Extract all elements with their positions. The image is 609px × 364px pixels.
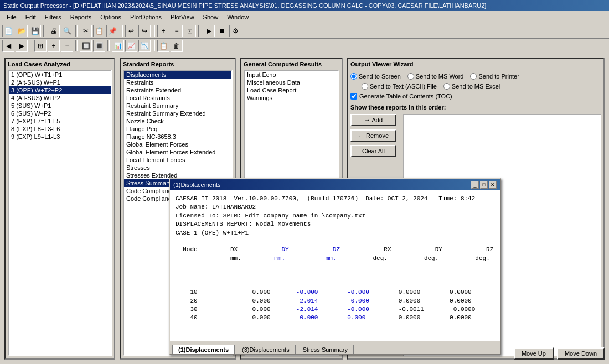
load-case-item-5[interactable]: 6 (SUS) W+P2 — [9, 110, 111, 117]
std-report-item-0[interactable]: Displacements — [124, 71, 231, 79]
menu-reports[interactable]: Reports — [66, 13, 96, 22]
toolbar-new[interactable]: 📄 — [2, 25, 14, 37]
dialog-content: CAESAR II 2018 Ver.10.00.00.7700, (Build… — [170, 190, 500, 341]
radio-ascii[interactable]: Send to Text (ASCII) File — [362, 83, 437, 90]
toolbar-preview[interactable]: 🔍 — [61, 25, 73, 37]
radio-printer-label: Send to Printer — [478, 73, 519, 80]
toolbar-zoom-fit[interactable]: ⊡ — [184, 25, 196, 37]
radio-word-input[interactable] — [407, 73, 414, 80]
toolbar2-btn7[interactable]: 🔳 — [93, 40, 105, 52]
menu-options[interactable]: Options — [96, 13, 126, 22]
std-report-item-11[interactable]: Local Element Forces — [124, 156, 231, 164]
toolbar2-btn1[interactable]: ◀ — [2, 40, 14, 52]
std-report-item-10[interactable]: Global Element Forces Extended — [124, 148, 231, 156]
toolbar2-btn2[interactable]: ▶ — [16, 40, 28, 52]
std-report-item-1[interactable]: Restraints — [124, 79, 231, 86]
menu-plotview[interactable]: PlotView — [166, 13, 199, 22]
toolbar-redo[interactable]: ↪ — [138, 25, 151, 37]
dialog-close[interactable]: ✕ — [489, 181, 497, 189]
radio-printer[interactable]: Send to Printer — [470, 73, 519, 80]
toolbar2-btn5[interactable]: − — [61, 40, 73, 52]
toc-checkbox[interactable] — [350, 93, 357, 100]
radio-screen-input[interactable] — [350, 73, 357, 80]
load-case-item-3[interactable]: 4 (Alt-SUS) W+P2 — [9, 94, 111, 102]
radio-word[interactable]: Send to MS Word — [407, 73, 464, 80]
gcr-item-3[interactable]: Warnings — [245, 94, 338, 102]
load-case-item-2[interactable]: 3 (OPE) W+T2+P2 — [9, 86, 111, 94]
menu-window[interactable]: Window — [223, 13, 253, 22]
dialog-maximize[interactable]: □ — [480, 181, 488, 189]
radio-excel[interactable]: Send to MS Excel — [443, 83, 500, 90]
toolbar2-btn8[interactable]: 📊 — [112, 40, 124, 52]
load-case-item-0[interactable]: 1 (OPE) W+T1+P1 — [9, 71, 111, 79]
load-case-item-1[interactable]: 2 (Alt-SUS) W+P1 — [9, 79, 111, 86]
dialog-tab-1[interactable]: (3)Displacements — [236, 345, 296, 354]
gcr-item-0[interactable]: Input Echo — [245, 71, 338, 79]
std-report-item-5[interactable]: Restraint Summary Extended — [124, 110, 231, 117]
toolbar2-btn6[interactable]: 🔲 — [80, 40, 92, 52]
std-report-item-6[interactable]: Nozzle Check — [124, 117, 231, 125]
load-cases-listbox[interactable]: 1 (OPE) W+T1+P12 (Alt-SUS) W+P13 (OPE) W… — [8, 70, 112, 356]
remove-button[interactable]: ← Remove — [350, 129, 396, 142]
radio-row-1: Send to Screen Send to MS Word Send to P… — [350, 73, 601, 80]
menu-plotoptions[interactable]: PlotOptions — [126, 13, 166, 22]
load-case-item-8[interactable]: 9 (EXP) L9=L1-L3 — [9, 133, 111, 141]
toolbar2-btn4[interactable]: + — [48, 40, 60, 52]
move-down-button[interactable]: Move Down — [557, 347, 605, 360]
toolbar2-sep1 — [30, 40, 32, 51]
std-report-item-8[interactable]: Flange NC-3658.3 — [124, 133, 231, 141]
std-report-item-12[interactable]: Stresses — [124, 164, 231, 171]
toolbar-zoom-in[interactable]: + — [157, 25, 169, 37]
toolbar-save[interactable]: 💾 — [29, 25, 41, 37]
toolbar-settings[interactable]: ⚙ — [229, 25, 241, 37]
toolbar-stop[interactable]: ⏹ — [216, 25, 228, 37]
toolbar-paste[interactable]: 📌 — [106, 25, 118, 37]
radio-row-2: Send to Text (ASCII) File Send to MS Exc… — [350, 83, 601, 90]
move-up-button[interactable]: Move Up — [514, 347, 554, 360]
menu-show[interactable]: Show — [199, 13, 223, 22]
toolbar2-btn12[interactable]: 🗑 — [171, 40, 183, 52]
std-report-item-4[interactable]: Restraint Summary — [124, 102, 231, 110]
toolbar-run[interactable]: ▶ — [203, 25, 215, 37]
dialog-tab-2[interactable]: Stress Summary — [297, 345, 354, 354]
radio-excel-input[interactable] — [443, 83, 450, 90]
std-report-item-9[interactable]: Global Element Forces — [124, 141, 231, 148]
radio-screen-label: Send to Screen — [359, 73, 401, 80]
menu-filters[interactable]: Filters — [40, 13, 66, 22]
load-cases-title: Load Cases Analyzed — [8, 61, 112, 67]
gcr-title: General Computed Results — [244, 61, 339, 67]
dialog-minimize[interactable]: _ — [471, 181, 479, 189]
clear-all-button[interactable]: Clear All — [350, 145, 396, 157]
toolbar-copy[interactable]: 📋 — [93, 25, 105, 37]
std-report-item-2[interactable]: Restraints Extended — [124, 86, 231, 94]
toolbar-undo[interactable]: ↩ — [125, 25, 137, 37]
radio-screen[interactable]: Send to Screen — [350, 73, 401, 80]
toolbar-print[interactable]: 🖨 — [48, 25, 60, 37]
toolbar2-btn10[interactable]: 📉 — [138, 40, 151, 52]
dialog-tab-0[interactable]: (1)Displacements — [172, 345, 235, 354]
toolbar-secondary: ◀ ▶ ⊞ + − 🔲 🔳 📊 📈 📉 📋 🗑 — [0, 39, 609, 53]
load-case-item-6[interactable]: 7 (EXP) L7=L1-L5 — [9, 117, 111, 125]
gcr-item-1[interactable]: Miscellaneous Data — [245, 79, 338, 86]
menu-file[interactable]: File — [2, 13, 21, 22]
load-case-item-4[interactable]: 5 (SUS) W+P1 — [9, 102, 111, 110]
radio-ascii-input[interactable] — [362, 83, 368, 90]
std-report-item-7[interactable]: Flange Peq — [124, 125, 231, 133]
toolbar-zoom-out[interactable]: − — [171, 25, 183, 37]
menu-edit[interactable]: Edit — [21, 13, 40, 22]
toolbar2-sep3 — [107, 40, 110, 51]
bottom-buttons: Move Up Move Down — [514, 347, 605, 360]
toolbar2-btn11[interactable]: 📋 — [157, 40, 169, 52]
toolbar-open[interactable]: 📂 — [16, 25, 28, 37]
load-case-item-7[interactable]: 8 (EXP) L8=L3-L6 — [9, 125, 111, 133]
toolbar-cut[interactable]: ✂ — [80, 25, 92, 37]
add-button[interactable]: → Add — [350, 114, 396, 126]
toolbar-sep-5 — [198, 25, 200, 37]
dialog-title-text: (1)Displacements — [173, 181, 221, 188]
toolbar2-btn9[interactable]: 📈 — [125, 40, 137, 52]
toolbar-main: 📄 📂 💾 🖨 🔍 ✂ 📋 📌 ↩ ↪ + − ⊡ ▶ ⏹ ⚙ — [0, 23, 609, 39]
toolbar2-btn3[interactable]: ⊞ — [34, 40, 47, 52]
std-report-item-3[interactable]: Local Restraints — [124, 94, 231, 102]
radio-printer-input[interactable] — [470, 73, 477, 80]
gcr-item-2[interactable]: Load Case Report — [245, 86, 338, 94]
